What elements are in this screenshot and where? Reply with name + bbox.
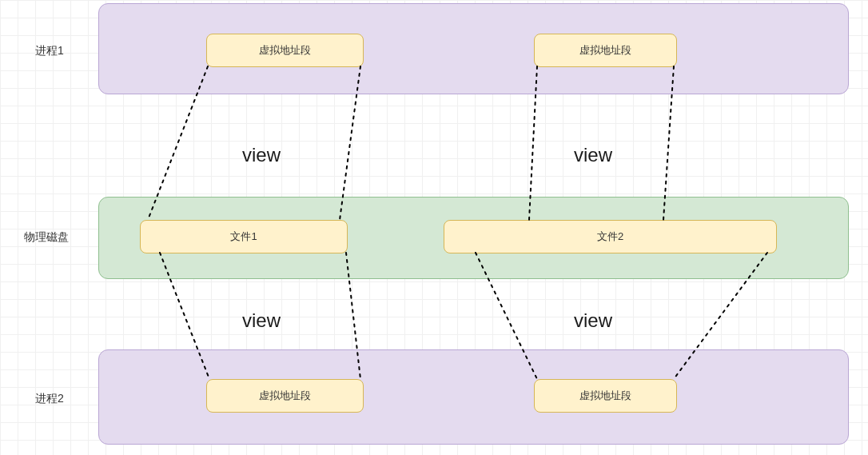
view-label-tr: view	[574, 144, 612, 166]
file1-text: 文件1	[230, 229, 257, 244]
process1-virtual-segment-1: 虚拟地址段	[206, 34, 364, 67]
process1-virtual-segment-2: 虚拟地址段	[534, 34, 677, 67]
file2-box: 文件2	[444, 220, 777, 253]
file2-text: 文件2	[597, 229, 623, 244]
process2-seg1-text: 虚拟地址段	[259, 389, 311, 403]
label-process2: 进程2	[35, 392, 64, 406]
view-label-br: view	[574, 309, 612, 332]
process1-seg1-text: 虚拟地址段	[259, 43, 311, 58]
process2-seg2-text: 虚拟地址段	[579, 389, 631, 403]
diagram-stage: 进程1 物理磁盘 进程2 虚拟地址段 虚拟地址段 文件1 文件2 虚拟地址段 虚…	[0, 0, 868, 455]
process2-virtual-segment-2: 虚拟地址段	[534, 379, 677, 413]
process2-virtual-segment-1: 虚拟地址段	[206, 379, 364, 413]
file1-box: 文件1	[140, 220, 348, 253]
label-physical-disk: 物理磁盘	[24, 230, 69, 245]
label-process1: 进程1	[35, 44, 64, 58]
view-label-bl: view	[242, 309, 281, 332]
view-label-tl: view	[242, 144, 281, 166]
process1-seg2-text: 虚拟地址段	[579, 43, 631, 58]
